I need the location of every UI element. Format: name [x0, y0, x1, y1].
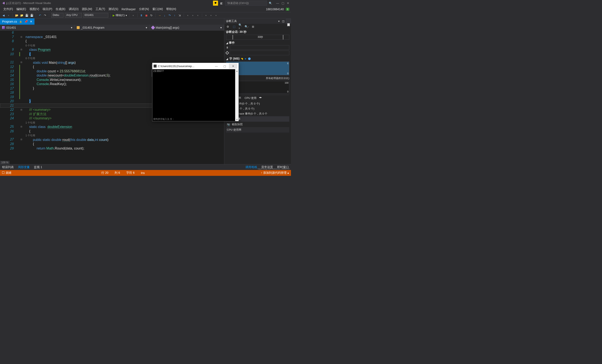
- menu-team[interactable]: 团队(M): [80, 7, 94, 12]
- pause-marker-icon: ⏸: [226, 46, 229, 49]
- toolbar-icon-b[interactable]: ▫: [191, 13, 195, 17]
- play-icon: ▶: [113, 14, 115, 17]
- menu-help[interactable]: 帮助(H): [164, 7, 178, 12]
- step-over-icon[interactable]: ↷: [168, 13, 172, 17]
- cpu-section-header: CPU 使用率: [226, 127, 289, 133]
- notification-flag-icon[interactable]: [213, 1, 218, 6]
- nav-forward-icon[interactable]: ▫: [7, 13, 11, 17]
- line-number-gutter: 6 7 8 9 10 11 12 13 14 15 16 17 18 19 20…: [0, 31, 19, 164]
- menu-view[interactable]: 视图(V): [28, 7, 41, 12]
- toolbar-icon-c[interactable]: ▫: [196, 13, 200, 17]
- console-minimize-button[interactable]: —: [212, 64, 221, 69]
- gear-icon[interactable]: ⚙: [226, 25, 230, 28]
- code-navbar: 031401 ▾ _031401.Program ▾ Main(string[]…: [0, 25, 224, 31]
- toolbar-icon-e[interactable]: ▫: [209, 13, 213, 17]
- console-titlebar[interactable]: C:\Users\911512\source\rep… — ▢ ✕: [152, 63, 238, 69]
- undo-icon[interactable]: ↶: [38, 13, 42, 17]
- nav-back-icon[interactable]: ◀: [2, 13, 5, 17]
- panel-menu-icon[interactable]: ▾: [278, 20, 280, 23]
- select-tools-icon[interactable]: ⬚: [232, 25, 236, 28]
- bt-errors[interactable]: 错误列表: [0, 165, 16, 170]
- console-output-text: 23.55577: [153, 70, 164, 73]
- bt-locals[interactable]: 局部变量: [16, 165, 32, 170]
- nav-project[interactable]: 031401 ▾: [0, 25, 75, 30]
- bt-watch[interactable]: 监视 1: [32, 165, 44, 170]
- take-snapshot-button[interactable]: 📷 截取快照: [226, 122, 289, 127]
- menu-tools[interactable]: 工具(T): [94, 7, 107, 12]
- pause-icon[interactable]: ⏸: [140, 13, 143, 17]
- csharp-icon: [2, 26, 5, 29]
- solution-explorer-tab[interactable]: 解决方案资源管理器: [286, 19, 291, 23]
- new-project-icon[interactable]: 📂: [15, 13, 19, 17]
- menu-project[interactable]: 项目(P): [41, 7, 54, 12]
- redo-icon[interactable]: ↷: [43, 13, 47, 17]
- method-icon: [151, 25, 155, 30]
- toolbar-icon-a[interactable]: ▫: [186, 13, 190, 17]
- reset-view-icon[interactable]: ⊞: [251, 25, 255, 28]
- platform-select[interactable]: Any CPU: [65, 13, 82, 18]
- zoom-out-icon[interactable]: 🔍-: [245, 25, 248, 28]
- tab-close-icon[interactable]: ✕: [30, 20, 32, 23]
- continue-button[interactable]: ▶ 继续(C) ▾: [113, 13, 127, 17]
- zoom-in-icon[interactable]: 🔍+: [238, 25, 242, 28]
- menu-resharper[interactable]: ReSharper: [120, 7, 138, 12]
- bt-callstack[interactable]: 调用堆栈: [243, 165, 259, 170]
- console-maximize-button[interactable]: ▢: [221, 64, 229, 69]
- private-bytes-icon: [248, 57, 251, 60]
- toolbar-icon-f[interactable]: ▫: [214, 13, 218, 17]
- tab-program-cs[interactable]: Program.cs 🔒 📌 ✕: [0, 18, 34, 25]
- console-title: C:\Users\911512\source\rep…: [158, 64, 212, 68]
- user-badge[interactable]: 1: [286, 8, 289, 11]
- menu-file[interactable]: 文件(F): [2, 7, 15, 12]
- step-out-icon[interactable]: ↑: [173, 13, 177, 17]
- snapshot-marker-icon: ▼: [244, 57, 247, 60]
- diag-tab-cpu[interactable]: CPU 使用: [244, 96, 257, 100]
- console-window[interactable]: C:\Users\911512\source\rep… — ▢ ✕ 23.555…: [152, 63, 239, 121]
- open-icon[interactable]: 📁: [20, 13, 24, 17]
- toolbar-icon-d[interactable]: ▫: [204, 13, 208, 17]
- pin-icon[interactable]: 📌: [24, 20, 28, 23]
- menu-debug[interactable]: 调试(D): [67, 7, 80, 12]
- console-output[interactable]: 23.55577 搜狗拼音输入法 全： ▴ ▾: [152, 69, 238, 121]
- save-all-icon[interactable]: 💾: [30, 13, 34, 17]
- window-title: jj (正在运行) - Microsoft Visual Studio: [6, 1, 51, 5]
- status-line: 行 20: [101, 171, 108, 175]
- user-name[interactable]: 18810884140: [266, 8, 284, 11]
- run-to-cursor-icon[interactable]: ⇲: [178, 13, 182, 17]
- config-select[interactable]: Debu: [51, 13, 64, 18]
- debug-target-icon[interactable]: ▫: [131, 13, 135, 17]
- status-ins: Ins: [141, 171, 145, 175]
- menu-build[interactable]: 生成(B): [54, 7, 67, 12]
- camera-icon: 📷: [227, 123, 230, 126]
- menu-window[interactable]: 窗口(W): [151, 7, 165, 12]
- close-button[interactable]: ✕: [287, 1, 289, 5]
- save-icon[interactable]: 💾: [25, 13, 29, 17]
- console-scrollbar[interactable]: ▴ ▾: [235, 69, 238, 121]
- scroll-up-icon[interactable]: ▴: [235, 69, 238, 73]
- console-close-button[interactable]: ✕: [229, 64, 237, 69]
- bottom-tool-tabs: 错误列表 局部变量 监视 1 调用堆栈 异常设置 即时窗口: [0, 164, 291, 170]
- quick-launch-input[interactable]: 快速启动 (Ctrl+Q): [225, 1, 267, 6]
- stop-icon[interactable]: ◼: [145, 13, 148, 17]
- source-control-button[interactable]: ↑ 添加到源代码管理 ▴: [261, 171, 289, 175]
- minimize-button[interactable]: —: [276, 1, 279, 5]
- show-next-icon[interactable]: →: [158, 13, 161, 17]
- zoom-level[interactable]: 109 %: [0, 161, 10, 164]
- menu-analyze[interactable]: 分析(N): [137, 7, 150, 12]
- nav-method[interactable]: Main(string[] args) ▾: [150, 25, 224, 30]
- nav-class[interactable]: _031401.Program ▾: [75, 25, 149, 30]
- startup-project-select[interactable]: 031401: [83, 13, 108, 18]
- menu-edit[interactable]: 编辑(E): [15, 7, 28, 12]
- scroll-down-icon[interactable]: ▾: [235, 118, 238, 121]
- panel-pin-icon[interactable]: ◫: [282, 20, 284, 23]
- menu-bar: 文件(F) 编辑(E) 视图(V) 项目(P) 生成(B) 调试(D) 团队(M…: [0, 6, 291, 12]
- maximize-button[interactable]: ▢: [281, 1, 284, 5]
- customize-icon[interactable]: ◧: [220, 1, 224, 5]
- restart-icon[interactable]: ↻: [150, 13, 153, 17]
- step-into-icon[interactable]: ↓: [163, 13, 167, 17]
- menu-test[interactable]: 测试(S): [107, 7, 120, 12]
- search-icon[interactable]: 🔍: [269, 1, 272, 5]
- document-tabs: Program.cs 🔒 📌 ✕: [0, 18, 224, 25]
- timeline-ruler[interactable]: 30秒: [226, 35, 289, 40]
- diag-toolbar: ⚙ ⬚ 🔍+ 🔍- ⊞: [224, 24, 291, 29]
